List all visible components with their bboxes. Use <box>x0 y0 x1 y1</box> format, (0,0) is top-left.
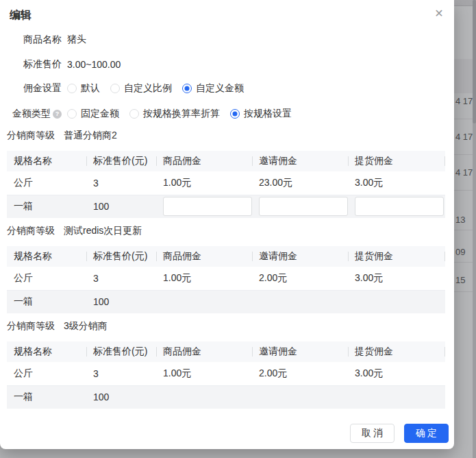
spec-cell: 23.00元 <box>252 171 348 195</box>
spec-cell: 1.00元 <box>156 267 252 290</box>
close-icon[interactable]: ✕ <box>433 8 445 20</box>
level-label: 分销商等级 <box>7 225 55 237</box>
column-header: 规格名称 <box>7 341 86 362</box>
confirm-button[interactable]: 确定 <box>404 424 449 443</box>
spec-row: 公斤31.00元2.00元3.00元 <box>7 362 445 385</box>
spec-cell: 2.00元 <box>252 362 348 385</box>
spec-cell: 2.00元 <box>252 267 348 290</box>
cancel-button[interactable]: 取消 <box>350 424 394 443</box>
level-section: 分销商等级 测试redis次日更新 规格名称标准售价(元)商品佣金邀请佣金提货佣… <box>7 224 445 313</box>
spec-cell <box>348 385 445 409</box>
column-header: 商品佣金 <box>156 341 252 362</box>
radio-option-commission[interactable]: 自定义金额 <box>182 82 244 95</box>
column-header: 标准售价(元) <box>86 151 156 171</box>
radio-label: 自定义比例 <box>124 82 172 95</box>
radio-label: 固定金额 <box>81 108 119 120</box>
spec-cell: 100 <box>86 290 156 313</box>
dialog-footer: 取消 确定 <box>350 424 449 443</box>
level-row: 分销商等级 测试redis次日更新 <box>7 224 445 239</box>
spec-cell: 一箱 <box>7 385 86 409</box>
spec-cell: 公斤 <box>7 362 86 385</box>
amount-type-label-text: 金额类型 <box>12 108 51 120</box>
column-header: 商品佣金 <box>156 246 252 267</box>
radio-option-amount-type[interactable]: 按规格设置 <box>230 108 292 120</box>
commission-input[interactable] <box>163 197 252 216</box>
spec-row: 公斤31.00元2.00元3.00元 <box>7 267 445 290</box>
spec-cell: 3 <box>86 362 156 385</box>
spec-cell: 3.00元 <box>348 171 445 195</box>
spec-cell: 3 <box>86 267 156 290</box>
spec-table-header-row: 规格名称标准售价(元)商品佣金邀请佣金提货佣金 <box>7 151 445 171</box>
column-header: 邀请佣金 <box>252 341 348 362</box>
column-header: 提货佣金 <box>348 341 445 362</box>
radio-icon <box>129 109 139 119</box>
radio-label: 默认 <box>81 82 100 95</box>
spec-cell-input <box>252 195 348 218</box>
spec-cell-input <box>156 195 252 218</box>
spec-cell: 3 <box>86 171 156 195</box>
level-label: 分销商等级 <box>7 130 55 142</box>
spec-cell <box>252 290 348 313</box>
level-value: 测试redis次日更新 <box>64 225 142 237</box>
commission-setting-row: 佣金设置 默认自定义比例自定义金额 <box>7 81 445 96</box>
column-header: 标准售价(元) <box>86 341 156 362</box>
level-sections: 分销商等级 普通分销商2 规格名称标准售价(元)商品佣金邀请佣金提货佣金 公斤3… <box>7 128 445 409</box>
spec-table: 规格名称标准售价(元)商品佣金邀请佣金提货佣金 公斤31.00元2.00元3.0… <box>7 246 445 313</box>
standard-price-value: 3.00~100.00 <box>67 59 121 70</box>
level-section: 分销商等级 3级分销商 规格名称标准售价(元)商品佣金邀请佣金提货佣金 公斤31… <box>7 319 445 409</box>
radio-icon <box>230 109 240 119</box>
radio-label: 自定义金额 <box>196 82 244 95</box>
level-value: 3级分销商 <box>64 320 108 333</box>
spec-table-header-row: 规格名称标准售价(元)商品佣金邀请佣金提货佣金 <box>7 246 445 267</box>
column-header: 规格名称 <box>7 151 86 171</box>
spec-table: 规格名称标准售价(元)商品佣金邀请佣金提货佣金 公斤31.00元23.00元3.… <box>7 151 445 218</box>
edit-dialog: 编辑 ✕ 商品名称 猪头 标准售价 3.00~100.00 佣金设置 默认自定义… <box>0 0 454 449</box>
spec-row: 一箱100 <box>7 195 445 218</box>
radio-icon <box>110 84 120 93</box>
spec-cell: 公斤 <box>7 171 86 195</box>
amount-type-label: 金额类型 ? <box>7 108 62 120</box>
spec-cell: 3.00元 <box>348 362 445 385</box>
background-text-fragment: 4 17 <box>455 96 473 106</box>
background-text-fragment: 09 <box>455 247 465 257</box>
dialog-title: 编辑 <box>10 9 32 21</box>
help-icon[interactable]: ? <box>53 110 62 119</box>
column-header: 规格名称 <box>7 246 86 267</box>
spec-cell: 一箱 <box>7 290 86 313</box>
spec-cell: 1.00元 <box>156 362 252 385</box>
level-row: 分销商等级 3级分销商 <box>7 319 445 334</box>
column-header: 商品佣金 <box>156 151 252 171</box>
dialog-header: 编辑 ✕ <box>0 0 454 23</box>
level-value: 普通分销商2 <box>64 130 117 142</box>
radio-option-amount-type[interactable]: 按规格换算率折算 <box>129 108 220 120</box>
page-scrollbar[interactable] <box>473 0 476 458</box>
radio-label: 按规格换算率折算 <box>143 108 220 120</box>
spec-cell <box>156 290 252 313</box>
spec-cell: 公斤 <box>7 267 86 290</box>
spec-cell: 3.00元 <box>348 267 445 290</box>
spec-cell: 100 <box>86 385 156 409</box>
spec-table-header-row: 规格名称标准售价(元)商品佣金邀请佣金提货佣金 <box>7 341 445 362</box>
level-label: 分销商等级 <box>7 320 55 333</box>
amount-type-row: 金额类型 ? 固定金额按规格换算率折算按规格设置 <box>7 106 445 121</box>
radio-label: 按规格设置 <box>244 108 292 120</box>
radio-option-commission[interactable]: 默认 <box>67 82 100 95</box>
spec-cell: 100 <box>86 195 156 218</box>
commission-input[interactable] <box>259 197 348 216</box>
standard-price-label: 标准售价 <box>7 58 62 71</box>
radio-option-commission[interactable]: 自定义比例 <box>110 82 172 95</box>
spec-cell <box>252 385 348 409</box>
radio-option-amount-type[interactable]: 固定金额 <box>67 108 119 120</box>
column-header: 邀请佣金 <box>252 246 348 267</box>
commission-input[interactable] <box>355 197 444 216</box>
level-section: 分销商等级 普通分销商2 规格名称标准售价(元)商品佣金邀请佣金提货佣金 公斤3… <box>7 128 445 218</box>
spec-row: 公斤31.00元23.00元3.00元 <box>7 171 445 195</box>
spec-table: 规格名称标准售价(元)商品佣金邀请佣金提货佣金 公斤31.00元2.00元3.0… <box>7 341 445 409</box>
radio-icon <box>67 84 77 93</box>
column-header: 提货佣金 <box>348 151 445 171</box>
scrollbar-thumb[interactable] <box>473 0 476 123</box>
product-name-row: 商品名称 猪头 <box>7 32 445 47</box>
background-text-fragment: 4 17 <box>455 132 473 142</box>
commission-radio-group: 默认自定义比例自定义金额 <box>67 82 244 95</box>
background-text-fragment: 4 17 <box>455 167 473 178</box>
